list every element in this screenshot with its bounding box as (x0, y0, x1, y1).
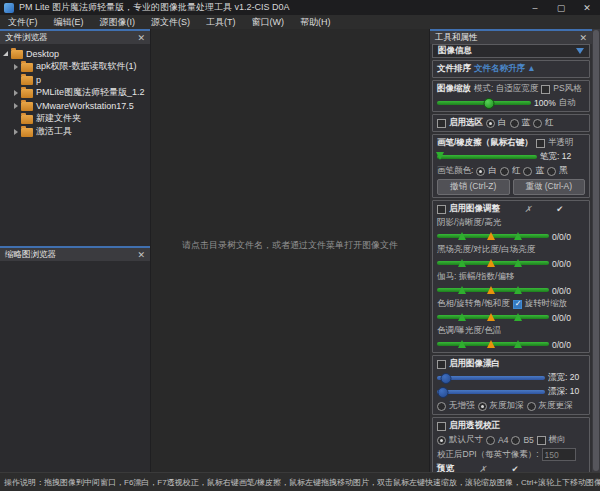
selection-white-label: 白 (498, 117, 507, 129)
brush-white-radio[interactable] (476, 167, 485, 176)
file-sort-value[interactable]: 文件名称升序 ▲ (474, 63, 536, 75)
redo-button[interactable]: 重做 (Ctrl-A) (513, 179, 586, 195)
brush-blue-label: 蓝 (535, 165, 544, 177)
slider-thumb[interactable] (487, 232, 495, 240)
brush-white-label: 白 (488, 165, 497, 177)
zoom-slider-thumb[interactable] (483, 98, 494, 109)
menu-source-file[interactable]: 源文件(S) (143, 16, 198, 29)
bleach-depth-slider[interactable] (437, 387, 545, 398)
selection-red-radio[interactable] (533, 119, 542, 128)
right-scrollbar[interactable] (592, 29, 600, 472)
semi-transparent-checkbox[interactable] (536, 139, 545, 148)
brush-black-radio[interactable] (547, 167, 556, 176)
selection-white-radio[interactable] (486, 119, 495, 128)
tree-item-newfolder[interactable]: 新建文件夹 (3, 112, 150, 125)
slider-thumb[interactable] (458, 232, 466, 240)
shadow-slider[interactable] (437, 231, 549, 242)
slider-thumb[interactable] (514, 340, 522, 348)
expand-arrow-icon[interactable] (14, 103, 18, 109)
close-icon[interactable]: ✕ (137, 250, 145, 260)
enable-perspective-label: 启用透视校正 (449, 420, 500, 432)
scrollbar-thumb[interactable] (593, 30, 599, 471)
landscape-checkbox[interactable] (537, 436, 546, 445)
bleach-width-slider[interactable] (437, 373, 545, 384)
close-icon[interactable]: ✕ (137, 33, 145, 43)
no-enhance-radio[interactable] (437, 402, 446, 411)
menu-file[interactable]: 文件(F) (0, 16, 46, 29)
gamma-slider[interactable] (437, 285, 549, 296)
expand-arrow-icon[interactable] (14, 90, 18, 96)
tools-panel: 工具和属性 ✕ 图像信息 文件排序 文件名称升序 ▲ 图像缩放 模式: 自适应宽… (429, 29, 592, 472)
selection-blue-label: 蓝 (522, 117, 531, 129)
brush-width-thumb[interactable] (436, 152, 444, 160)
expand-arrow-icon[interactable] (14, 129, 18, 135)
ps-style-checkbox[interactable] (541, 85, 550, 94)
maximize-button[interactable]: ▢ (548, 0, 574, 15)
tree-item-pmlite[interactable]: PMLite图魔法师轻量版_1.2 (3, 86, 150, 99)
minimize-button[interactable]: – (522, 0, 548, 15)
slider-thumb[interactable] (487, 340, 495, 348)
gray-deepen-radio[interactable] (478, 402, 487, 411)
hue-slider[interactable] (437, 312, 549, 323)
gray-deeper-radio[interactable] (527, 402, 536, 411)
menu-source-image[interactable]: 源图像(I) (92, 16, 144, 29)
slider-thumb[interactable] (514, 286, 522, 294)
expand-arrow-icon[interactable] (3, 51, 8, 56)
adjust-row-value: 0/0/0 (552, 259, 571, 269)
rotate-scale-checkbox[interactable] (513, 300, 522, 309)
zoom-slider[interactable] (437, 98, 531, 109)
menu-help[interactable]: 帮助(H) (292, 16, 339, 29)
brush-red-radio[interactable] (500, 167, 509, 176)
enable-perspective-checkbox[interactable] (437, 422, 446, 431)
enable-selection-checkbox[interactable] (437, 119, 446, 128)
expand-arrow-icon[interactable] (14, 64, 18, 70)
slider-thumb[interactable] (514, 259, 522, 267)
tone-slider[interactable] (437, 339, 549, 350)
slider-thumb[interactable] (458, 313, 466, 321)
adjust-dismiss-icon[interactable]: ✗ (525, 204, 532, 214)
bleach-depth-thumb[interactable] (438, 387, 449, 398)
slider-thumb[interactable] (458, 286, 466, 294)
tree-item-p[interactable]: p (3, 73, 150, 86)
brush-width-slider[interactable] (437, 152, 537, 163)
tree-item-label: 新建文件夹 (36, 112, 81, 125)
brush-blue-radio[interactable] (523, 167, 532, 176)
slider-thumb[interactable] (487, 313, 495, 321)
default-size-radio[interactable] (437, 436, 446, 445)
landscape-label: 横向 (549, 434, 566, 446)
image-canvas[interactable]: 请点击目录树文件名，或者通过文件菜单打开图像文件 (151, 29, 429, 472)
selection-blue-radio[interactable] (510, 119, 519, 128)
tree-item-vmware[interactable]: VMwareWorkstation17.5 (3, 99, 150, 112)
slider-thumb[interactable] (514, 232, 522, 240)
tree-item-desktop[interactable]: Desktop (3, 47, 150, 60)
slider-thumb[interactable] (487, 286, 495, 294)
bleach-width-thumb[interactable] (440, 373, 451, 384)
brush-black-label: 黑 (559, 165, 568, 177)
close-button[interactable]: ✕ (574, 0, 600, 15)
close-icon[interactable]: ✕ (579, 33, 587, 43)
status-bar: 操作说明：拖拽图像到中间窗口，F6漂白，F7透视校正，鼠标右键画笔/橡皮擦，鼠标… (0, 472, 600, 491)
undo-button[interactable]: 撤销 (Ctrl-Z) (437, 179, 510, 195)
dpi-input[interactable] (542, 448, 576, 461)
status-text: 操作说明：拖拽图像到中间窗口，F6漂白，F7透视校正，鼠标右键画笔/橡皮擦，鼠标… (4, 477, 600, 488)
a4-radio[interactable] (486, 436, 495, 445)
menu-tools[interactable]: 工具(T) (198, 16, 244, 29)
slider-thumb[interactable] (487, 259, 495, 267)
file-tree: Desktop apk权限-数据读取软件(1) p PMLite图魔法师轻量版_… (0, 44, 150, 138)
menu-window[interactable]: 窗口(W) (244, 16, 293, 29)
slider-thumb[interactable] (458, 259, 466, 267)
levels-slider[interactable] (437, 258, 549, 269)
zoom-fit-label[interactable]: 自动 (559, 97, 576, 109)
image-info-dropdown[interactable]: 图像信息 (432, 44, 590, 58)
enable-bleach-checkbox[interactable] (437, 360, 446, 369)
enable-adjust-label: 启用图像调整 (449, 203, 500, 215)
adjust-apply-icon[interactable]: ✔ (556, 204, 563, 214)
menu-edit[interactable]: 编辑(E) (46, 16, 92, 29)
b5-radio[interactable] (511, 436, 520, 445)
slider-thumb[interactable] (458, 340, 466, 348)
tree-item-activate[interactable]: 激活工具 (3, 125, 150, 138)
slider-thumb[interactable] (514, 313, 522, 321)
adjust-row-value: 0/0/0 (552, 286, 571, 296)
enable-adjust-checkbox[interactable] (437, 205, 446, 214)
tree-item-apk[interactable]: apk权限-数据读取软件(1) (3, 60, 150, 73)
